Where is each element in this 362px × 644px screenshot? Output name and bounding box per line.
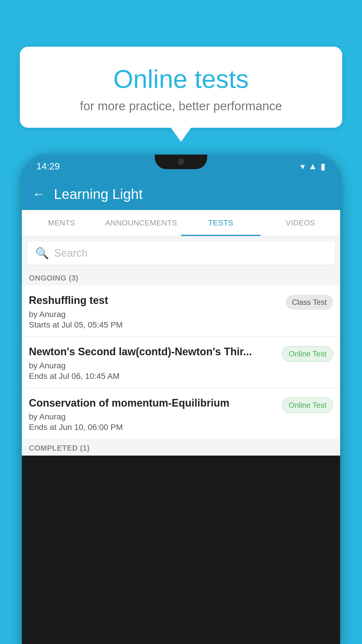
wifi-icon: ▾ — [301, 161, 305, 172]
tab-ments[interactable]: MENTS — [22, 210, 101, 236]
status-icons: ▾ ▲ ▮ — [301, 161, 326, 172]
test-time: Ends at Jun 10, 06:00 PM — [29, 423, 277, 432]
bubble-subtitle: for more practice, better performance — [34, 99, 328, 113]
search-placeholder: Search — [54, 247, 87, 259]
tabs-bar: MENTS ANNOUNCEMENTS TESTS VIDEOS — [22, 210, 340, 236]
test-info: Reshuffling test by Anurag Starts at Jul… — [29, 294, 281, 330]
test-item[interactable]: Reshuffling test by Anurag Starts at Jul… — [22, 286, 340, 336]
test-item[interactable]: Conservation of momentum-Equilibrium by … — [22, 388, 340, 439]
camera-dot — [178, 159, 184, 165]
tab-announcements[interactable]: ANNOUNCEMENTS — [101, 210, 181, 236]
test-badge-class: Class Test — [286, 295, 333, 310]
test-name: Newton's Second law(contd)-Newton's Thir… — [29, 345, 277, 359]
status-time: 14:29 — [36, 161, 60, 172]
search-bar[interactable]: 🔍 Search — [27, 242, 335, 265]
phone-frame: 14:29 ▾ ▲ ▮ ← Learning Light MENTS ANNOU… — [22, 155, 340, 644]
bubble-title: Online tests — [34, 64, 328, 94]
test-name: Conservation of momentum-Equilibrium — [29, 396, 277, 410]
completed-section-header: COMPLETED (1) — [22, 439, 340, 456]
tab-videos[interactable]: VIDEOS — [261, 210, 340, 236]
test-by: by Anurag — [29, 412, 277, 421]
search-icon: 🔍 — [35, 247, 49, 260]
test-name: Reshuffling test — [29, 294, 281, 307]
battery-icon: ▮ — [321, 161, 326, 172]
notch — [155, 155, 207, 169]
app-title: Learning Light — [54, 186, 143, 202]
tab-tests[interactable]: TESTS — [181, 210, 261, 236]
test-time: Ends at Jul 06, 10:45 AM — [29, 372, 277, 381]
status-bar: 14:29 ▾ ▲ ▮ — [22, 155, 340, 178]
ongoing-section-header: ONGOING (3) — [22, 268, 340, 286]
speech-bubble: Online tests for more practice, better p… — [20, 47, 342, 128]
test-time: Starts at Jul 05, 05:45 PM — [29, 320, 281, 330]
test-badge-online: Online Test — [282, 346, 333, 362]
signal-icon: ▲ — [308, 161, 317, 171]
back-button[interactable]: ← — [32, 187, 45, 201]
test-by: by Anurag — [29, 361, 277, 370]
test-by: by Anurag — [29, 310, 281, 319]
test-info: Conservation of momentum-Equilibrium by … — [29, 396, 277, 432]
test-info: Newton's Second law(contd)-Newton's Thir… — [29, 345, 277, 381]
app-bar: ← Learning Light — [22, 178, 340, 210]
test-badge-online: Online Test — [282, 398, 333, 413]
test-item[interactable]: Newton's Second law(contd)-Newton's Thir… — [22, 337, 340, 387]
phone-content: 🔍 Search ONGOING (3) Reshuffling test by… — [22, 236, 340, 456]
